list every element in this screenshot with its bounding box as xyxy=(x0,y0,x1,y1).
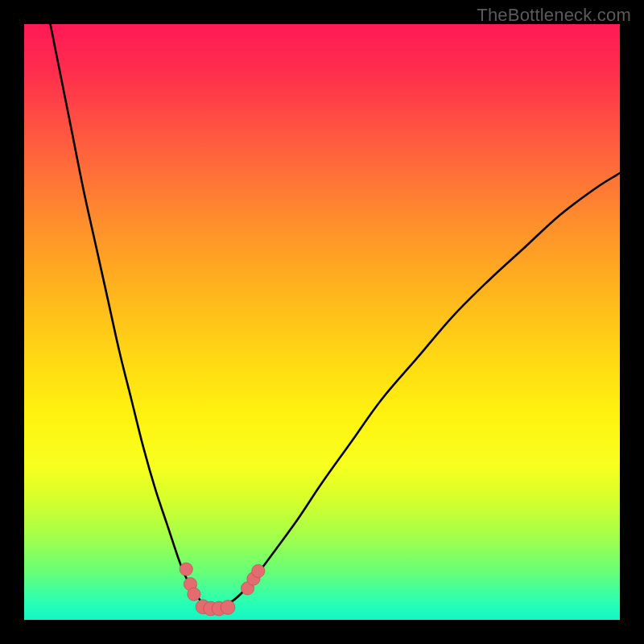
curve-right-branch xyxy=(208,173,620,608)
curve-group xyxy=(48,12,620,608)
data-marker xyxy=(180,563,192,576)
marker-group xyxy=(180,563,265,616)
plot-area xyxy=(24,24,620,620)
outer-frame: TheBottleneck.com xyxy=(0,0,644,644)
data-marker xyxy=(252,564,265,577)
data-marker xyxy=(188,588,200,601)
watermark-text: TheBottleneck.com xyxy=(477,5,631,26)
curve-left-branch xyxy=(48,12,209,608)
chart-svg xyxy=(24,24,620,620)
data-marker xyxy=(221,601,235,615)
